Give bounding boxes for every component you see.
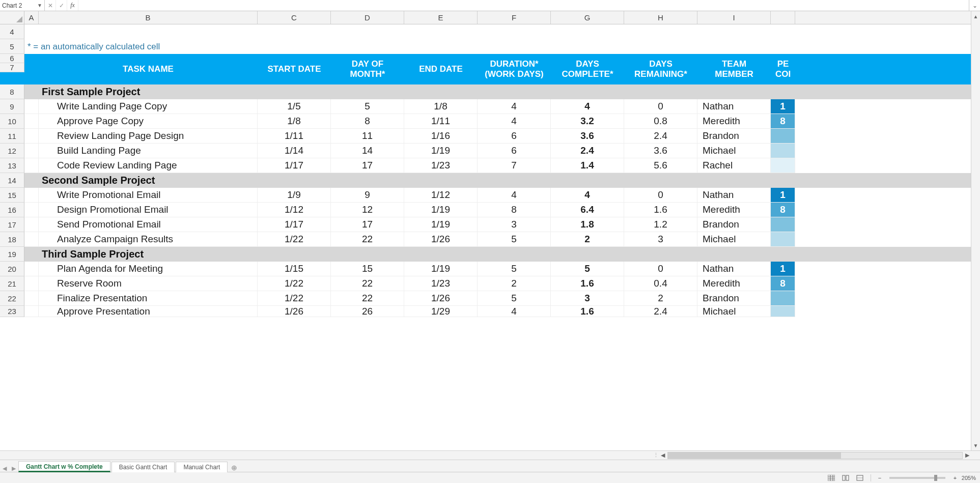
col-header-D[interactable]: D [331,11,404,24]
row-header-16[interactable]: 16 [0,203,24,217]
percent-complete-cell[interactable]: 1 [771,99,795,114]
cell[interactable] [24,217,39,232]
days-complete[interactable]: 3 [551,291,624,306]
task-name[interactable]: Send Promotional Email [39,217,258,232]
team-member[interactable]: Brandon [697,291,771,306]
row-header-6[interactable]: 6 [0,54,24,63]
end-date[interactable]: 1/16 [404,129,478,144]
day-of-month[interactable]: 26 [331,306,404,317]
row-header-12[interactable]: 12 [0,144,24,158]
cell[interactable] [24,291,39,306]
header-end[interactable]: END DATE [404,54,478,84]
days-complete[interactable]: 3.6 [551,129,624,144]
row-header-19[interactable]: 19 [0,247,24,262]
duration[interactable]: 4 [478,306,551,317]
task-name[interactable]: Review Landing Page Design [39,129,258,144]
cell[interactable] [258,24,331,39]
percent-complete-cell[interactable] [771,158,795,173]
normal-view-button[interactable] [826,474,837,482]
row-header-4[interactable]: 4 [0,24,24,39]
row-header-20[interactable]: 20 [0,262,24,276]
start-date[interactable]: 1/8 [258,114,331,129]
insert-function-button[interactable]: fx [67,0,78,11]
end-date[interactable]: 1/19 [404,203,478,217]
select-all-corner[interactable] [0,11,24,24]
duration[interactable]: 4 [478,114,551,129]
row-header-22[interactable]: 22 [0,291,24,306]
team-member[interactable]: Meredith [697,114,771,129]
cell[interactable] [771,24,795,39]
row-header-9[interactable]: 9 [0,99,24,114]
start-date[interactable]: 1/22 [258,232,331,247]
add-sheet-button[interactable]: ⊕ [229,464,240,472]
header-task[interactable]: TASK NAME [39,54,258,84]
task-name[interactable]: Design Promotional Email [39,203,258,217]
cell[interactable] [24,158,39,173]
end-date[interactable]: 1/8 [404,99,478,114]
task-name[interactable]: Plan Agenda for Meeting [39,262,258,276]
sheet-tab-basic-gantt[interactable]: Basic Gantt Chart [111,462,175,472]
percent-complete-cell[interactable] [771,306,795,317]
days-remaining[interactable]: 0 [624,99,697,114]
duration[interactable]: 8 [478,203,551,217]
days-remaining[interactable]: 2.4 [624,306,697,317]
task-name[interactable]: Finalize Presentation [39,291,258,306]
col-header-G[interactable]: G [551,11,624,24]
days-remaining[interactable]: 0 [624,188,697,203]
team-member[interactable]: Nathan [697,99,771,114]
team-member[interactable]: Nathan [697,188,771,203]
team-member[interactable]: Meredith [697,203,771,217]
days-complete[interactable]: 1.6 [551,276,624,291]
percent-complete-cell[interactable] [771,217,795,232]
cell[interactable] [331,24,404,39]
cell[interactable] [551,24,624,39]
scroll-up-icon[interactable]: ▲ [971,11,980,21]
cell[interactable] [24,24,39,39]
scroll-down-icon[interactable]: ▼ [971,440,980,450]
expand-formula-bar-button[interactable]: ⌄ [969,0,980,11]
header-drem[interactable]: DAYSREMAINING* [624,54,697,84]
day-of-month[interactable]: 8 [331,114,404,129]
header-dur[interactable]: DURATION*(WORK DAYS) [478,54,551,84]
row-header-15[interactable]: 15 [0,188,24,203]
end-date[interactable]: 1/29 [404,306,478,317]
sheet-tab-gantt-complete[interactable]: Gantt Chart w % Complete [18,461,110,472]
end-date[interactable]: 1/26 [404,291,478,306]
zoom-slider[interactable] [889,477,945,479]
days-complete[interactable]: 5 [551,262,624,276]
day-of-month[interactable]: 12 [331,203,404,217]
sheet-tab-manual-chart[interactable]: Manual Chart [176,462,228,472]
end-date[interactable]: 1/19 [404,217,478,232]
col-header-B[interactable]: B [39,11,258,24]
formula-input[interactable] [78,0,969,11]
team-member[interactable]: Michael [697,232,771,247]
cell[interactable] [24,173,39,188]
row-header-13[interactable]: 13 [0,158,24,173]
task-name[interactable]: Reserve Room [39,276,258,291]
days-remaining[interactable]: 1.2 [624,217,697,232]
end-date[interactable]: 1/26 [404,232,478,247]
cell[interactable] [24,232,39,247]
vertical-scrollbar[interactable]: ▲ ▼ [971,11,980,450]
task-name[interactable]: Analyze Campaign Results [39,232,258,247]
days-remaining[interactable]: 3 [624,232,697,247]
days-complete[interactable]: 4 [551,188,624,203]
end-date[interactable]: 1/19 [404,144,478,158]
start-date[interactable]: 1/22 [258,276,331,291]
percent-complete-cell[interactable]: 8 [771,276,795,291]
days-complete[interactable]: 2.4 [551,144,624,158]
start-date[interactable]: 1/12 [258,203,331,217]
percent-complete-cell[interactable] [771,232,795,247]
zoom-level[interactable]: 205% [962,475,976,481]
task-name[interactable]: Approve Presentation [39,306,258,317]
team-member[interactable]: Michael [697,144,771,158]
day-of-month[interactable]: 22 [331,276,404,291]
days-remaining[interactable]: 2.4 [624,129,697,144]
day-of-month[interactable]: 14 [331,144,404,158]
cell[interactable] [24,276,39,291]
days-complete[interactable]: 1.6 [551,306,624,317]
day-of-month[interactable]: 22 [331,232,404,247]
scroll-left-icon[interactable]: ◀ [659,452,666,459]
start-date[interactable]: 1/5 [258,99,331,114]
col-header-C[interactable]: C [258,11,331,24]
